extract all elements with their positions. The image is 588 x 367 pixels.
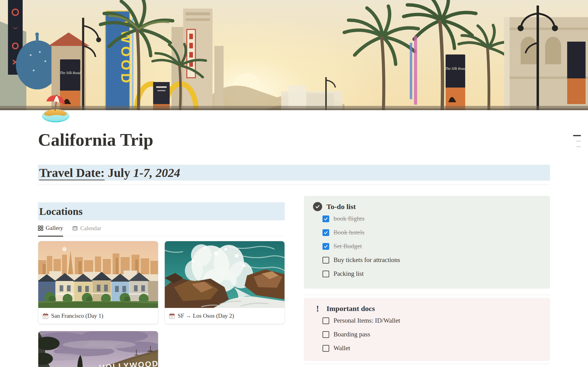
todo-item-label: book flights xyxy=(334,215,364,223)
checkbox-unchecked[interactable] xyxy=(322,345,329,352)
card-caption: SF → Los Osos (Day 2) xyxy=(165,308,285,324)
docs-item[interactable]: Wallet xyxy=(322,341,541,355)
silk-road-banner-text: The Silk Road xyxy=(60,71,81,75)
right-column: To-do list book flights Book hotels xyxy=(304,185,550,364)
view-tabs: Gallery Calendar xyxy=(38,220,285,236)
docs-item-label: Personal Items: ID/Wallet xyxy=(334,317,400,324)
tab-gallery[interactable]: Gallery xyxy=(38,225,63,237)
page-icon[interactable] xyxy=(40,93,71,125)
checkbox-unchecked[interactable] xyxy=(322,257,329,264)
checkbox-unchecked[interactable] xyxy=(322,317,329,324)
card-title: SF → Los Osos (Day 2) xyxy=(178,313,234,319)
docs-item[interactable]: Boarding pass xyxy=(322,328,541,341)
left-column: Locations Gallery xyxy=(38,185,285,367)
todo-item-label: Buy tickets for attractions xyxy=(334,256,400,264)
todo-heading[interactable]: To-do list xyxy=(326,203,356,211)
checkbox-unchecked[interactable] xyxy=(322,271,329,277)
todo-item-label: Set Budget xyxy=(334,242,362,250)
gallery-card-san-francisco[interactable]: San Francisco (Day 1) xyxy=(38,241,158,324)
important-docs-callout: ! Important docs Personal Items: ID/Wall… xyxy=(304,298,550,361)
locations-heading-text: Locations xyxy=(39,206,83,217)
san-francisco-photo xyxy=(38,241,158,308)
silk-road-banner-text-right: The Silk Road xyxy=(445,66,466,71)
todo-item-label: Book hotels xyxy=(334,229,364,236)
docs-item[interactable]: Personal Items: ID/Wallet xyxy=(322,314,541,328)
gallery-card-sf-los-osos[interactable]: SF → Los Osos (Day 2) xyxy=(164,241,285,324)
page-title[interactable]: California Trip xyxy=(38,129,550,150)
hollywood-blvd-sunset-photo: The Silk Road YWOOD xyxy=(0,0,588,110)
hollywood-sign-photo: HOLLYWOOD xyxy=(38,331,158,367)
ocean-waves-photo xyxy=(165,241,285,308)
travel-date-range: 1-7, 2024 xyxy=(133,166,180,180)
toc-line[interactable] xyxy=(576,140,581,142)
spiral-calendar-icon xyxy=(169,313,175,319)
todo-item[interactable]: book flights xyxy=(322,212,541,226)
travel-date-month: July xyxy=(105,166,133,180)
checkbox-checked[interactable] xyxy=(322,215,329,222)
calendar-icon xyxy=(72,226,78,231)
todo-callout: To-do list book flights Book hotels xyxy=(304,196,550,289)
todo-item[interactable]: Set Budget xyxy=(322,239,541,253)
cover-vertical-sign-text: YWOOD xyxy=(119,18,134,86)
travel-date-heading[interactable]: Travel Date: July 1-7, 2024 xyxy=(38,165,550,181)
todo-item-label: Packing list xyxy=(334,270,364,278)
toc-line[interactable] xyxy=(576,146,581,147)
page-content: California Trip Travel Date: July 1-7, 2… xyxy=(0,129,588,367)
todo-item[interactable]: Book hotels xyxy=(322,226,541,239)
docs-heading[interactable]: Important docs xyxy=(326,305,375,313)
toc-line-active[interactable] xyxy=(573,135,581,136)
exclamation-icon[interactable]: ! xyxy=(313,304,322,313)
tab-calendar-label: Calendar xyxy=(80,225,101,232)
docs-item-label: Wallet xyxy=(334,344,350,352)
todo-item[interactable]: Buy tickets for attractions xyxy=(322,253,541,267)
cover-image: The Silk Road YWOOD xyxy=(0,0,588,110)
docs-item-label: Boarding pass xyxy=(334,331,370,338)
gallery-card-hollywood[interactable]: HOLLYWOOD xyxy=(38,331,158,367)
checkbox-unchecked[interactable] xyxy=(322,331,329,338)
divider xyxy=(304,364,550,364)
travel-date-label: Travel Date: xyxy=(39,166,105,180)
locations-heading[interactable]: Locations xyxy=(38,202,285,220)
gallery-grid-icon xyxy=(38,226,43,231)
spiral-calendar-icon xyxy=(43,313,48,319)
beach-umbrella-emoji xyxy=(40,93,71,125)
checkbox-checked[interactable] xyxy=(322,229,329,236)
check-circle-icon[interactable] xyxy=(313,202,322,211)
table-of-contents-indicator[interactable] xyxy=(573,135,581,147)
todo-item[interactable]: Packing list xyxy=(322,267,541,281)
tab-gallery-label: Gallery xyxy=(46,225,63,231)
card-caption: San Francisco (Day 1) xyxy=(38,308,158,324)
divider xyxy=(304,295,550,295)
card-title: San Francisco (Day 1) xyxy=(51,313,103,319)
checkbox-checked[interactable] xyxy=(322,243,329,250)
tab-calendar[interactable]: Calendar xyxy=(72,225,101,236)
